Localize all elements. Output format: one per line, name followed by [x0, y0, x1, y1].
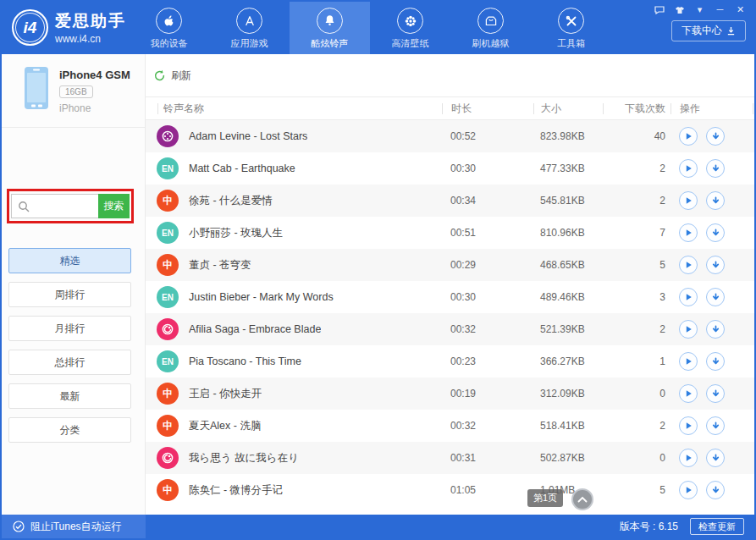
cell-download-count: 0 — [603, 388, 670, 399]
ringtone-panel: 刷新 铃声名称 时长 大小 下载次数 操作 Adam Levine - Lost… — [146, 54, 754, 515]
block-itunes-toggle[interactable]: 阻止iTunes自动运行 — [2, 515, 146, 538]
play-button[interactable] — [679, 159, 698, 178]
download-button[interactable] — [706, 256, 725, 274]
search-input[interactable] — [30, 195, 98, 218]
feedback-icon[interactable] — [654, 5, 665, 14]
chevron-up-icon — [577, 496, 588, 503]
table-header: 铃声名称 时长 大小 下载次数 操作 — [146, 97, 754, 120]
search-button[interactable]: 搜索 — [98, 194, 130, 218]
download-arrow-icon — [711, 422, 720, 431]
wallpaper-icon — [397, 8, 423, 34]
cn-badge-icon: 中 — [157, 254, 179, 276]
download-button[interactable] — [706, 159, 725, 178]
category-button-1[interactable]: 精选 — [8, 248, 131, 273]
table-row: EN Matt Cab - Earthquake 00:30 477.33KB … — [146, 152, 754, 185]
download-button[interactable] — [706, 449, 725, 467]
back-to-top-button[interactable] — [571, 488, 593, 510]
download-button[interactable] — [706, 416, 725, 435]
download-button[interactable] — [706, 223, 725, 242]
play-icon — [684, 486, 693, 494]
cell-download-count: 3 — [603, 291, 670, 303]
download-arrow-icon — [711, 357, 720, 366]
device-model: iPhone — [59, 102, 130, 114]
cell-actions — [670, 127, 754, 146]
close-icon[interactable]: ✕ — [735, 5, 746, 14]
play-button[interactable] — [679, 384, 698, 403]
table-row: 中 夏天Alex - 洗脑 00:32 518.41KB 2 — [146, 410, 754, 442]
logo-text: 爱思助手 www.i4.cn — [55, 10, 126, 45]
download-icon — [726, 26, 736, 36]
nav-item-wallpapers[interactable]: 高清壁纸 — [370, 2, 450, 54]
category-button-4[interactable]: 总排行 — [8, 350, 131, 375]
cell-duration: 00:32 — [442, 420, 533, 432]
nav-item-jailbreak[interactable]: 刷机越狱 — [450, 2, 531, 54]
category-button-5[interactable]: 最新 — [8, 383, 131, 409]
skin-icon[interactable] — [674, 5, 685, 14]
download-arrow-icon — [711, 454, 720, 463]
nav-item-ringtones[interactable]: 酷炫铃声 — [290, 2, 370, 54]
download-button[interactable] — [706, 320, 725, 339]
main-nav: 我的设备 应用游戏 酷炫铃声 高清壁纸 — [129, 2, 611, 54]
category-button-3[interactable]: 月排行 — [8, 316, 131, 341]
en-badge-icon: EN — [157, 286, 179, 308]
table-row: EN Pia Toscano - This Time 00:23 366.27K… — [146, 345, 754, 377]
cell-actions — [670, 449, 754, 467]
play-button[interactable] — [679, 481, 698, 499]
apple-icon — [156, 8, 182, 34]
download-arrow-icon — [711, 229, 720, 238]
play-button[interactable] — [679, 256, 698, 274]
play-button[interactable] — [679, 449, 698, 467]
status-bar: 阻止iTunes自动运行 版本号 : 6.15 检查更新 — [2, 515, 754, 538]
play-button[interactable] — [679, 352, 698, 371]
play-icon — [684, 357, 693, 366]
download-button[interactable] — [706, 481, 725, 499]
check-update-button[interactable]: 检查更新 — [690, 518, 744, 535]
cell-duration: 00:23 — [442, 355, 533, 367]
play-button[interactable] — [679, 223, 698, 242]
download-button[interactable] — [706, 191, 725, 210]
cell-ringtone-name: Afilia Saga - Embrace Blade — [146, 318, 442, 340]
app-subtitle: www.i4.cn — [55, 33, 126, 45]
cell-duration: 00:52 — [442, 130, 533, 142]
play-button[interactable] — [679, 127, 698, 146]
play-icon — [684, 454, 693, 462]
download-button[interactable] — [706, 352, 725, 371]
download-button[interactable] — [706, 288, 725, 306]
download-button[interactable] — [706, 384, 725, 403]
category-button-6[interactable]: 分类 — [8, 417, 131, 443]
menu-caret-icon[interactable]: ▾ — [694, 5, 705, 14]
download-button[interactable] — [706, 127, 725, 146]
nav-item-toolbox[interactable]: 工具箱 — [531, 2, 611, 54]
cell-size: 502.87KB — [533, 452, 603, 464]
table-row: Adam Levine - Lost Stars 00:52 823.98KB … — [146, 120, 754, 152]
check-circle-icon — [13, 521, 25, 532]
column-header-duration: 时长 — [442, 103, 533, 114]
device-info: iPhone4 GSM 16GB iPhone — [2, 66, 145, 114]
jailbreak-icon — [477, 8, 504, 34]
cell-ringtone-name: 中 夏天Alex - 洗脑 — [146, 415, 442, 437]
download-center-button[interactable]: 下载中心 — [671, 20, 746, 41]
cell-size: 489.46KB — [533, 291, 603, 303]
cell-download-count: 2 — [603, 420, 670, 432]
refresh-button[interactable]: 刷新 — [153, 69, 191, 83]
nav-item-my-device[interactable]: 我的设备 — [129, 2, 209, 54]
play-button[interactable] — [679, 288, 698, 306]
play-icon — [684, 164, 693, 173]
toolbar: 刷新 — [146, 54, 754, 97]
table-row: EN 小野丽莎 - 玫瑰人生 00:51 810.96KB 7 — [146, 217, 754, 249]
jp-badge-icon — [157, 447, 179, 469]
play-button[interactable] — [679, 416, 698, 435]
page-indicator-badge: 第1页 — [527, 489, 563, 507]
cn-badge-icon: 中 — [157, 190, 179, 212]
play-icon — [684, 422, 693, 430]
cell-download-count: 2 — [603, 323, 670, 335]
en-badge-icon: EN — [157, 157, 179, 179]
category-button-2[interactable]: 周排行 — [8, 282, 131, 307]
table-row: 中 董贞 - 苍穹变 00:29 468.65KB 5 — [146, 249, 754, 281]
play-button[interactable] — [679, 191, 698, 210]
cell-size: 545.81KB — [533, 195, 603, 207]
nav-item-apps-games[interactable]: 应用游戏 — [209, 2, 290, 54]
minimize-icon[interactable]: ─ — [715, 5, 726, 14]
play-button[interactable] — [679, 320, 698, 339]
column-header-actions: 操作 — [670, 103, 753, 114]
